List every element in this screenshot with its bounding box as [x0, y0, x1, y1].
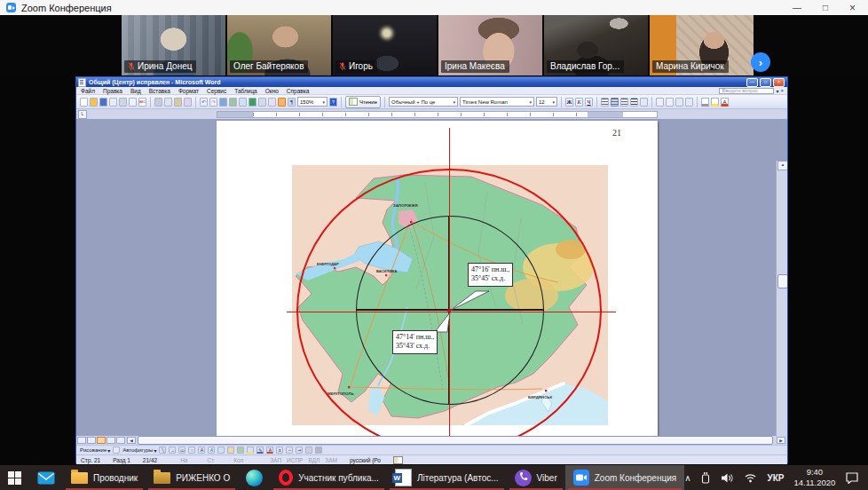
fill-color-icon[interactable]	[247, 447, 254, 454]
open-icon[interactable]	[90, 98, 98, 107]
taskbar-word-literature[interactable]: W Література (Автос...	[387, 465, 507, 490]
taskbar-zoom[interactable]: Zoom Конференция	[565, 465, 684, 490]
shadow-style-icon[interactable]	[305, 447, 312, 454]
italic-button[interactable]: К	[575, 98, 583, 107]
format-painter-icon[interactable]	[184, 98, 192, 107]
taskbar-opera-participant[interactable]: Участник публика...	[271, 465, 387, 490]
scroll-up-icon[interactable]: ▲	[777, 161, 787, 170]
draw-menu-button[interactable]: Рисование ▾	[80, 447, 110, 454]
minimize-icon[interactable]: —	[793, 4, 801, 12]
scroll-right-icon[interactable]: ▶	[777, 437, 785, 444]
bulleted-list-button[interactable]	[666, 98, 674, 107]
close-icon[interactable]: ×	[849, 4, 856, 12]
keyboard-language[interactable]: УКР	[767, 473, 784, 483]
outline-view-button[interactable]	[107, 437, 115, 444]
line-tool-icon[interactable]: ╲	[159, 447, 166, 454]
menu-tools[interactable]: Сервис	[207, 88, 226, 94]
menu-edit[interactable]: Правка	[103, 88, 122, 94]
document-map-icon[interactable]	[278, 98, 286, 107]
zoom-level-select[interactable]: 150% ▾	[297, 97, 327, 107]
horizontal-scrollbar[interactable]: ◀ ▶	[76, 436, 787, 445]
menu-view[interactable]: Вид	[130, 88, 141, 94]
save-icon[interactable]	[99, 98, 107, 107]
speaker-icon[interactable]	[721, 472, 734, 484]
notification-center-icon[interactable]	[845, 471, 859, 484]
spelling-icon[interactable]: ABC	[138, 98, 146, 107]
taskbar-viber[interactable]: Viber	[507, 465, 565, 490]
justify-button[interactable]	[630, 98, 638, 107]
hyperlink-icon[interactable]	[219, 98, 227, 107]
menu-file[interactable]: Файл	[81, 88, 95, 94]
columns-icon[interactable]	[258, 98, 266, 107]
reading-mode-button[interactable]: Чтение	[345, 96, 381, 108]
font-select[interactable]: Times New Roman ▾	[460, 97, 534, 107]
decrease-indent-button[interactable]	[675, 98, 683, 107]
normal-view-button[interactable]	[77, 437, 86, 444]
tab-selector[interactable]: L	[78, 110, 87, 119]
draw-font-color-icon[interactable]: А	[266, 447, 273, 454]
maximize-icon[interactable]: □	[823, 4, 828, 12]
help-icon[interactable]: ?	[329, 98, 337, 107]
align-center-button[interactable]	[611, 98, 619, 107]
insert-picture-icon[interactable]	[237, 447, 244, 454]
print-preview-icon[interactable]	[129, 98, 137, 107]
participant-tile[interactable]: Владислав Гор...	[544, 15, 648, 75]
paste-icon[interactable]	[174, 98, 182, 107]
participant-tile[interactable]: Игорь	[333, 15, 437, 75]
clip-art-icon[interactable]	[227, 447, 234, 454]
type-question-input[interactable]: Введите вопрос	[719, 88, 774, 94]
diagram-icon[interactable]	[217, 447, 225, 454]
dash-style-icon[interactable]: ┄	[286, 447, 293, 454]
tray-chevron-up-icon[interactable]: ∧	[684, 473, 690, 483]
ruler[interactable]: L	[76, 109, 787, 119]
participant-tile[interactable]: Марина Киричок	[650, 15, 754, 75]
select-objects-icon[interactable]	[113, 447, 120, 454]
drawing-icon[interactable]	[268, 98, 276, 107]
word-restore-button[interactable]: □	[760, 78, 771, 87]
taskbar-explorer[interactable]: Проводник	[63, 465, 146, 490]
reading-view-button[interactable]	[116, 437, 125, 444]
rectangle-tool-icon[interactable]: ▭	[178, 447, 185, 454]
highlight-button[interactable]	[711, 98, 719, 107]
wordart-icon[interactable]: А	[208, 447, 215, 454]
document-close-icon[interactable]: ×	[780, 88, 784, 93]
question-dropdown-icon[interactable]: ▾	[776, 88, 778, 94]
network-wifi-icon[interactable]	[744, 472, 757, 483]
bold-button[interactable]: Ж	[565, 98, 573, 107]
insert-table-icon[interactable]	[239, 98, 247, 107]
word-close-button[interactable]: ×	[773, 78, 785, 87]
tables-borders-icon[interactable]	[229, 98, 237, 107]
taskbar-edge[interactable]	[238, 465, 271, 490]
participant-tile[interactable]: Ирина Донец	[122, 15, 225, 75]
menu-insert[interactable]: Вставка	[149, 88, 170, 94]
text-box-tool-icon[interactable]: А	[198, 447, 205, 454]
taskbar-ryzhenko-folder[interactable]: РИЖЕНКО О	[146, 465, 238, 490]
line-color-icon[interactable]: ✎	[256, 447, 264, 454]
usb-device-icon[interactable]	[700, 471, 711, 484]
numbered-list-button[interactable]	[656, 98, 664, 107]
increase-indent-button[interactable]	[685, 98, 693, 107]
mail-icon[interactable]	[109, 98, 117, 107]
arrow-tool-icon[interactable]: →	[169, 447, 176, 454]
start-button[interactable]	[0, 465, 29, 490]
cut-icon[interactable]	[154, 98, 162, 107]
3d-style-icon[interactable]	[315, 447, 322, 454]
insert-excel-icon[interactable]	[249, 98, 256, 107]
word-minimize-button[interactable]: —	[746, 78, 758, 87]
undo-icon[interactable]: ↶	[200, 98, 208, 107]
borders-button[interactable]	[701, 98, 709, 107]
participant-tile[interactable]: Ірина Макеєва	[438, 15, 542, 75]
participant-tile-speaking[interactable]: Олег Байтеряков	[227, 15, 331, 75]
autoshapes-menu-button[interactable]: Автофигуры ▾	[122, 447, 156, 454]
next-participants-button[interactable]: ›	[751, 52, 770, 72]
taskbar-mail[interactable]	[29, 465, 63, 490]
vertical-scrollbar[interactable]: ▲ ▼ ▲ ● ▼	[776, 161, 787, 436]
oval-tool-icon[interactable]: ○	[188, 447, 195, 454]
tray-clock[interactable]: 9:40 14.11.2020	[793, 467, 835, 488]
copy-icon[interactable]	[164, 98, 172, 107]
font-size-select[interactable]: 12 ▾	[536, 97, 557, 107]
style-select[interactable]: Обычный + По це ▾	[389, 97, 458, 107]
line-style-icon[interactable]: ≡	[276, 447, 283, 454]
show-paragraph-marks-icon[interactable]: ¶	[288, 98, 296, 107]
underline-button[interactable]: Ч	[585, 98, 593, 107]
